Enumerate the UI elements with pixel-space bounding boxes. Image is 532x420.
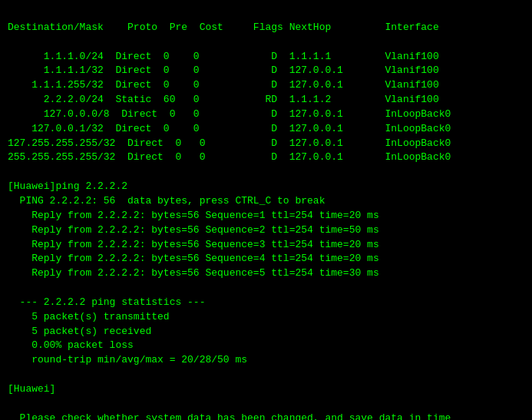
terminal-line: 255.255.255.255/32 Direct 0 0 D 127.0.0.… [8, 150, 524, 165]
terminal-line [8, 397, 524, 412]
terminal-line: 127.255.255.255/32 Direct 0 0 D 127.0.0.… [8, 137, 524, 151]
terminal-line: 0.00% packet loss [8, 339, 524, 353]
terminal-line: Destination/Mask Proto Pre Cost Flags Ne… [8, 21, 524, 35]
terminal-line: 1.1.1.1/32 Direct 0 0 D 127.0.0.1 Vlanif… [8, 64, 524, 78]
terminal-line: 127.0.0.1/32 Direct 0 0 D 127.0.0.1 InLo… [8, 122, 524, 137]
terminal-line [8, 281, 524, 296]
terminal-line: Reply from 2.2.2.2: bytes=56 Sequence=2 … [8, 223, 524, 238]
terminal-line: 5 packet(s) received [8, 325, 524, 339]
terminal-line: Reply from 2.2.2.2: bytes=56 Sequence=5 … [8, 266, 524, 281]
terminal-line: 5 packet(s) transmitted [8, 310, 524, 325]
terminal-output: Destination/Mask Proto Pre Cost Flags Ne… [8, 6, 524, 420]
terminal-line: Reply from 2.2.2.2: bytes=56 Sequence=1 … [8, 209, 524, 223]
terminal-line: [Huawei]ping 2.2.2.2 [8, 180, 524, 194]
terminal-line: 1.1.1.0/24 Direct 0 0 D 1.1.1.1 Vlanif10… [8, 50, 524, 64]
terminal-line: Reply from 2.2.2.2: bytes=56 Sequence=3 … [8, 238, 524, 253]
terminal-line [8, 368, 524, 382]
terminal-line: Please check whether system data has bee… [8, 412, 524, 420]
terminal-line: 2.2.2.0/24 Static 60 0 RD 1.1.1.2 Vlanif… [8, 93, 524, 107]
terminal-line [8, 165, 524, 180]
terminal-line: 1.1.1.255/32 Direct 0 0 D 127.0.0.1 Vlan… [8, 78, 524, 93]
terminal-line [8, 35, 524, 50]
terminal-line: [Huawei] [8, 382, 524, 397]
terminal-line: PING 2.2.2.2: 56 data bytes, press CTRL_… [8, 194, 524, 209]
terminal-line: round-trip min/avg/max = 20/28/50 ms [8, 353, 524, 368]
terminal-line: --- 2.2.2.2 ping statistics --- [8, 296, 524, 310]
terminal-line: Reply from 2.2.2.2: bytes=56 Sequence=4 … [8, 252, 524, 266]
terminal-line: 127.0.0.0/8 Direct 0 0 D 127.0.0.1 InLoo… [8, 107, 524, 122]
